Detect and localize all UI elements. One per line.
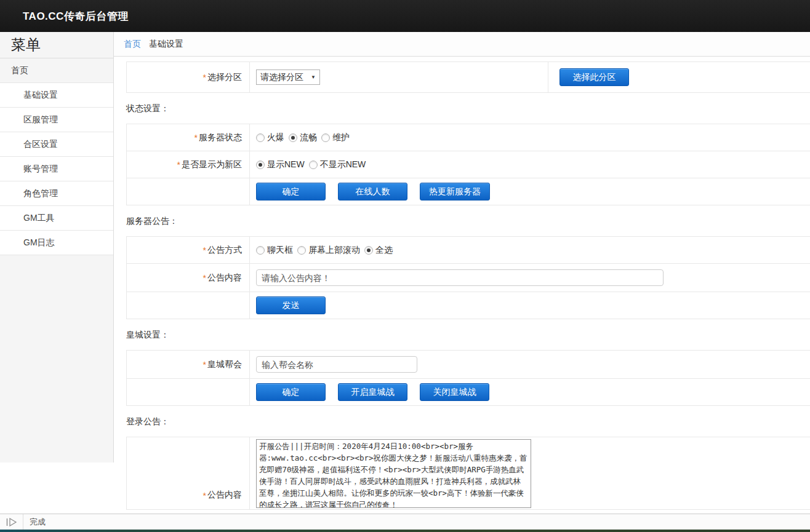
notice-content-cell bbox=[250, 264, 810, 292]
required-asterisk: * bbox=[203, 73, 206, 82]
login-notice-label: * 公告内容 bbox=[127, 437, 250, 509]
status-buttons-row: 确定 在线人数 热更新服务器 bbox=[127, 178, 810, 205]
radio-chatbox[interactable]: 聊天框 bbox=[256, 245, 293, 256]
required-asterisk: * bbox=[203, 273, 206, 283]
palace-guild-label: * 皇城帮会 bbox=[127, 351, 250, 378]
palace-guild-cell bbox=[250, 351, 810, 378]
sidebar-item-account-management[interactable]: 账号管理 bbox=[0, 157, 113, 181]
radio-hot[interactable]: 火爆 bbox=[256, 132, 284, 143]
zone-action-cell: 选择此分区 bbox=[548, 62, 810, 92]
radio-screen-scroll[interactable]: 屏幕上部滚动 bbox=[297, 245, 360, 256]
notice-content-input[interactable] bbox=[256, 269, 664, 286]
required-asterisk: * bbox=[203, 491, 206, 501]
send-button-row: 发送 bbox=[127, 292, 810, 319]
server-status-row: * 服务器状态 火爆 流畅 bbox=[127, 124, 810, 151]
zone-select-table: * 选择分区 请选择分区 ▼ 选择此分区 bbox=[126, 62, 810, 93]
palace-table: * 皇城帮会 确定 开启皇城战 关闭皇城战 bbox=[126, 350, 810, 406]
radio-circle-icon bbox=[289, 133, 297, 142]
status-table: * 服务器状态 火爆 流畅 bbox=[126, 124, 810, 205]
radio-circle-icon bbox=[256, 133, 265, 142]
radio-select-all[interactable]: 全选 bbox=[364, 245, 393, 256]
palace-guild-row: * 皇城帮会 bbox=[127, 351, 810, 379]
sidebar-menu: 菜单 首页 基础设置 区服管理 合区设置 账号管理 角色管理 GM工具 bbox=[0, 32, 114, 463]
zone-select-value: 请选择分区 bbox=[260, 72, 303, 83]
topbar: TAO.CC传奇后台管理 bbox=[0, 0, 810, 32]
window-bottom-edge bbox=[0, 530, 810, 532]
hot-update-server-button[interactable]: 热更新服务器 bbox=[420, 183, 490, 200]
show-new-options: 显示NEW 不显示NEW bbox=[250, 151, 810, 178]
sidebar-item-gm-logs[interactable]: GM日志 bbox=[0, 231, 113, 255]
app-title: TAO.CC传奇后台管理 bbox=[0, 9, 129, 23]
online-count-button[interactable]: 在线人数 bbox=[338, 183, 407, 200]
send-button-cell: 发送 bbox=[250, 292, 810, 319]
required-asterisk: * bbox=[203, 360, 206, 370]
notice-method-label: * 公告方式 bbox=[127, 237, 250, 263]
radio-circle-icon bbox=[256, 161, 265, 169]
sidebar-header: 菜单 bbox=[0, 32, 113, 58]
status-buttons-cell: 确定 在线人数 热更新服务器 bbox=[250, 178, 810, 205]
open-palace-war-button[interactable]: 开启皇城战 bbox=[338, 383, 407, 401]
palace-section-title: 皇城设置： bbox=[126, 330, 810, 341]
server-notice-table: * 公告方式 聊天框 屏幕上部滚动 bbox=[126, 236, 810, 319]
server-notice-section-title: 服务器公告： bbox=[126, 216, 810, 227]
palace-buttons-row: 确定 开启皇城战 关闭皇城战 bbox=[127, 379, 810, 406]
notice-method-options: 聊天框 屏幕上部滚动 全选 bbox=[250, 237, 810, 263]
palace-guild-input[interactable] bbox=[256, 356, 417, 373]
login-notice-section-title: 登录公告： bbox=[126, 416, 810, 427]
status-text: 完成 bbox=[23, 517, 46, 528]
required-asterisk: * bbox=[203, 245, 206, 255]
notice-content-label: * 公告内容 bbox=[127, 264, 250, 292]
radio-circle-icon bbox=[256, 246, 265, 255]
content-area: 首页 基础设置 * 选择分区 请选择分区 ▼ bbox=[114, 32, 810, 514]
send-button[interactable]: 发送 bbox=[256, 296, 326, 314]
sidebar-item-gm-tools[interactable]: GM工具 bbox=[0, 206, 113, 231]
radio-show-new[interactable]: 显示NEW bbox=[256, 159, 305, 170]
radio-maintenance[interactable]: 维护 bbox=[321, 132, 350, 143]
required-asterisk: * bbox=[177, 160, 180, 170]
empty-label-cell bbox=[127, 292, 250, 319]
sidebar-item-basic-settings[interactable]: 基础设置 bbox=[0, 83, 113, 108]
sidebar: 菜单 首页 基础设置 区服管理 合区设置 账号管理 角色管理 GM工具 bbox=[0, 32, 114, 514]
palace-confirm-button[interactable]: 确定 bbox=[256, 383, 326, 401]
breadcrumb-home-link[interactable]: 首页 bbox=[124, 39, 141, 50]
status-section-title: 状态设置： bbox=[126, 103, 810, 114]
login-notice-cell: 开服公告|||开启时间：2020年4月24日10:00<br><br>服务器:w… bbox=[250, 437, 810, 509]
sidebar-item-server-management[interactable]: 区服管理 bbox=[0, 108, 113, 132]
zone-label: * 选择分区 bbox=[127, 62, 250, 92]
step-play-icon bbox=[6, 518, 18, 526]
show-new-row: * 是否显示为新区 显示NEW 不显示NEW bbox=[127, 151, 810, 178]
radio-circle-icon bbox=[309, 161, 318, 169]
server-status-options: 火爆 流畅 维护 bbox=[250, 124, 810, 151]
zone-select[interactable]: 请选择分区 ▼ bbox=[256, 69, 320, 85]
main-shell: 菜单 首页 基础设置 区服管理 合区设置 账号管理 角色管理 GM工具 bbox=[0, 32, 810, 514]
zone-select-row: * 选择分区 请选择分区 ▼ 选择此分区 bbox=[127, 62, 810, 93]
radio-smooth[interactable]: 流畅 bbox=[289, 132, 317, 143]
radio-hide-new[interactable]: 不显示NEW bbox=[309, 159, 366, 170]
empty-label-cell bbox=[127, 178, 250, 205]
breadcrumb-current: 基础设置 bbox=[149, 39, 183, 50]
login-notice-row: * 公告内容 开服公告|||开启时间：2020年4月24日10:00<br><b… bbox=[127, 437, 810, 510]
close-palace-war-button[interactable]: 关闭皇城战 bbox=[420, 383, 489, 401]
status-icon-box bbox=[0, 514, 23, 530]
radio-circle-icon bbox=[321, 133, 330, 142]
breadcrumb: 首页 基础设置 bbox=[114, 32, 810, 57]
zone-field-cell: 请选择分区 ▼ bbox=[250, 62, 548, 92]
server-status-label: * 服务器状态 bbox=[127, 124, 250, 151]
sidebar-item-character-management[interactable]: 角色管理 bbox=[0, 181, 113, 206]
empty-label-cell bbox=[127, 379, 250, 405]
radio-circle-icon bbox=[297, 246, 306, 255]
login-notice-textarea[interactable]: 开服公告|||开启时间：2020年4月24日10:00<br><br>服务器:w… bbox=[256, 439, 531, 508]
settings-form: * 选择分区 请选择分区 ▼ 选择此分区 状态设置： bbox=[114, 57, 810, 510]
choose-zone-button[interactable]: 选择此分区 bbox=[559, 68, 629, 86]
radio-circle-icon bbox=[364, 246, 373, 255]
notice-method-row: * 公告方式 聊天框 屏幕上部滚动 bbox=[127, 237, 810, 264]
sidebar-item-merge-settings[interactable]: 合区设置 bbox=[0, 132, 113, 157]
palace-buttons-cell: 确定 开启皇城战 关闭皇城战 bbox=[250, 379, 810, 405]
sidebar-item-home[interactable]: 首页 bbox=[0, 58, 113, 83]
show-new-label: * 是否显示为新区 bbox=[127, 151, 250, 178]
confirm-button[interactable]: 确定 bbox=[256, 183, 326, 200]
statusbar: 完成 bbox=[0, 514, 810, 530]
required-asterisk: * bbox=[194, 133, 198, 143]
login-notice-table: * 公告内容 开服公告|||开启时间：2020年4月24日10:00<br><b… bbox=[126, 437, 810, 510]
notice-content-row: * 公告内容 bbox=[127, 264, 810, 292]
